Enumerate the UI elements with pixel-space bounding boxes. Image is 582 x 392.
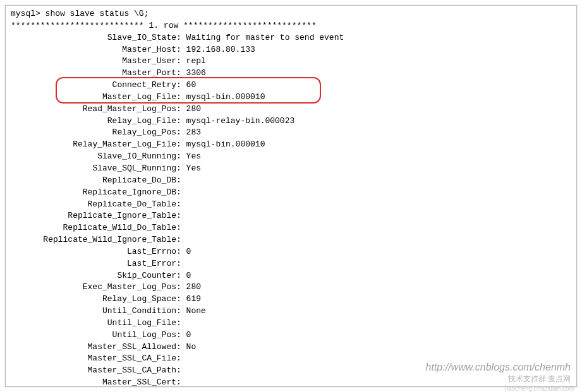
colon-separator: : [176, 140, 186, 149]
status-field-value: mysql-bin.000010 [186, 140, 265, 149]
colon-separator: : [176, 247, 186, 256]
status-field-value: 0 [186, 247, 191, 256]
status-row: Until_Log_File: [11, 318, 571, 330]
status-row: Read_Master_Log_Pos: 280 [11, 104, 571, 116]
colon-separator: : [176, 377, 186, 387]
colon-separator: : [176, 294, 186, 304]
colon-separator: : [176, 211, 186, 220]
status-field-label: Relay_Log_Pos [11, 127, 176, 139]
status-field-label: Master_Port [11, 68, 176, 80]
status-field-label: Until_Log_Pos [11, 330, 176, 342]
status-row: Master_SSL_Cert: [11, 377, 571, 387]
status-field-value: Waiting for master to send event [186, 33, 344, 42]
status-field-label: Relay_Master_Log_File [11, 139, 176, 151]
status-field-value: mysql-bin.000010 [186, 92, 265, 102]
status-row: Master_SSL_CA_Path: [11, 365, 571, 377]
status-row: Replicate_Ignore_Table: [11, 210, 571, 222]
status-field-label: Master_Log_File [11, 92, 176, 104]
colon-separator: : [176, 223, 186, 232]
status-row: Replicate_Do_DB: [11, 175, 571, 187]
status-field-value: 60 [186, 80, 197, 90]
status-field-label: Master_Host [11, 44, 176, 56]
status-rows-container: Slave_IO_State: Waiting for master to se… [11, 32, 571, 387]
status-row: Slave_IO_Running: Yes [11, 151, 571, 163]
status-field-label: Replicate_Do_Table [11, 199, 176, 211]
status-field-label: Slave_SQL_Running [11, 163, 176, 175]
status-field-label: Relay_Log_Space [11, 294, 176, 306]
colon-separator: : [176, 235, 186, 244]
colon-separator: : [176, 151, 186, 161]
status-row: Last_Errno: 0 [11, 246, 571, 258]
status-field-label: Master_SSL_Allowed [11, 342, 176, 353]
status-field-label: Master_SSL_CA_Path [11, 365, 176, 377]
colon-separator: : [176, 330, 186, 340]
status-row: Master_Host: 192.168.80.133 [11, 44, 571, 56]
colon-separator: : [176, 33, 186, 42]
status-row: Replicate_Ignore_DB: [11, 187, 571, 199]
status-row: Until_Condition: None [11, 306, 571, 318]
status-row: Connect_Retry: 60 [11, 80, 571, 92]
colon-separator: : [176, 342, 186, 352]
status-row: Relay_Master_Log_File: mysql-bin.000010 [11, 139, 571, 151]
status-field-value: 192.168.80.133 [186, 45, 255, 54]
colon-separator: : [176, 199, 186, 209]
colon-separator: : [176, 92, 186, 102]
status-field-label: Replicate_Ignore_DB [11, 187, 176, 199]
status-field-value: 3306 [186, 68, 206, 78]
status-row: Master_Port: 3306 [11, 68, 571, 80]
colon-separator: : [176, 128, 186, 137]
sql-command-line: mysql> show slave status \G; [11, 8, 571, 20]
status-row: Exec_Master_Log_Pos: 280 [11, 282, 571, 294]
row-divider-line: *************************** 1. row *****… [11, 20, 571, 32]
status-field-label: Replicate_Ignore_Table [11, 210, 176, 222]
status-row: Slave_IO_State: Waiting for master to se… [11, 32, 571, 44]
status-field-label: Master_User [11, 56, 176, 68]
status-field-label: Slave_IO_Running [11, 151, 176, 163]
status-field-label: Replicate_Do_DB [11, 175, 176, 187]
colon-separator: : [176, 353, 186, 363]
status-field-label: Skip_Counter [11, 270, 176, 282]
status-row: Skip_Counter: 0 [11, 270, 571, 282]
status-row: Relay_Log_File: mysql-relay-bin.000023 [11, 116, 571, 128]
colon-separator: : [176, 365, 186, 375]
status-field-label: Connect_Retry [11, 80, 176, 92]
status-field-value: 619 [186, 294, 201, 304]
status-field-label: Replicate_Wild_Ignore_Table [11, 234, 176, 246]
status-field-label: Last_Error [11, 258, 176, 270]
status-row: Relay_Log_Space: 619 [11, 294, 571, 306]
colon-separator: : [176, 282, 186, 292]
mysql-terminal-output: mysql> show slave status \G; ***********… [5, 5, 577, 387]
status-row: Master_SSL_Allowed: No [11, 342, 571, 353]
status-field-value: No [186, 342, 197, 352]
status-field-label: Read_Master_Log_Pos [11, 104, 176, 116]
colon-separator: : [176, 45, 186, 54]
status-row: Replicate_Wild_Do_Table: [11, 222, 571, 234]
status-field-label: Until_Log_File [11, 318, 176, 330]
colon-separator: : [176, 80, 186, 90]
status-field-label: Relay_Log_File [11, 116, 176, 128]
colon-separator: : [176, 175, 186, 185]
status-field-label: Until_Condition [11, 306, 176, 318]
status-field-label: Last_Errno [11, 246, 176, 258]
colon-separator: : [176, 163, 186, 173]
colon-separator: : [176, 259, 186, 268]
colon-separator: : [176, 56, 186, 66]
colon-separator: : [176, 116, 186, 126]
status-row: Master_User: repl [11, 56, 571, 68]
status-field-value: repl [186, 56, 206, 66]
status-field-value: 280 [186, 104, 201, 114]
status-row: Slave_SQL_Running: Yes [11, 163, 571, 175]
status-field-value: 283 [186, 128, 201, 137]
status-row: Replicate_Wild_Ignore_Table: [11, 234, 571, 246]
colon-separator: : [176, 104, 186, 114]
colon-separator: : [176, 306, 186, 316]
status-row: Replicate_Do_Table: [11, 199, 571, 211]
status-field-value: mysql-relay-bin.000023 [186, 116, 295, 126]
colon-separator: : [176, 318, 186, 328]
colon-separator: : [176, 187, 186, 197]
colon-separator: : [176, 68, 186, 78]
status-field-label: Exec_Master_Log_Pos [11, 282, 176, 294]
status-row: Until_Log_Pos: 0 [11, 330, 571, 342]
status-row: Master_Log_File: mysql-bin.000010 [11, 92, 571, 104]
status-row: Relay_Log_Pos: 283 [11, 127, 571, 139]
